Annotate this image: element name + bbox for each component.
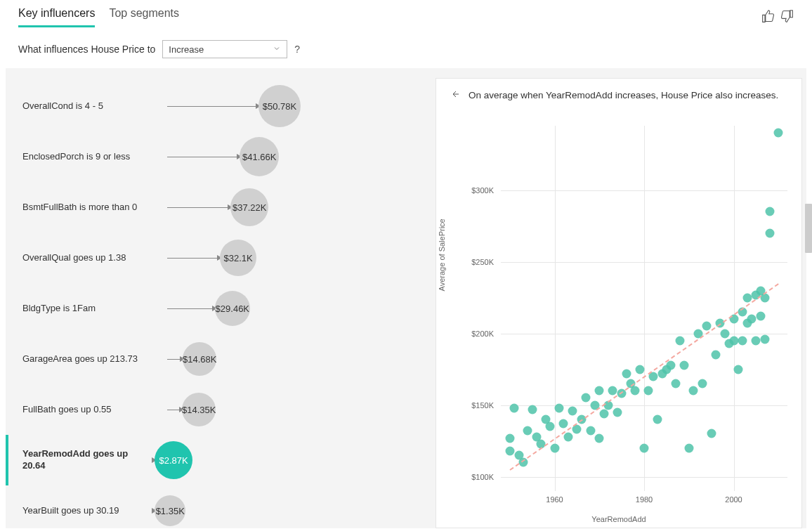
data-point bbox=[774, 129, 783, 138]
dropdown-value: Increase bbox=[169, 44, 204, 55]
data-point bbox=[622, 369, 631, 378]
influencer-row[interactable]: BsmtFullBath is more than 0$37.22K bbox=[6, 182, 428, 233]
data-point bbox=[599, 409, 608, 418]
direction-dropdown[interactable]: Increase bbox=[162, 40, 287, 58]
data-point bbox=[684, 443, 693, 452]
data-point bbox=[676, 336, 685, 345]
influencer-bubble[interactable]: $41.66K bbox=[240, 137, 279, 176]
detail-panel: On average when YearRemodAdd increases, … bbox=[436, 78, 802, 528]
x-tick: 1960 bbox=[546, 495, 563, 504]
chevron-down-icon bbox=[273, 44, 281, 55]
data-point bbox=[698, 379, 707, 388]
influencer-bubble[interactable]: $50.78K bbox=[258, 85, 301, 127]
data-point bbox=[712, 351, 721, 360]
data-point bbox=[582, 393, 591, 403]
thumbs-up-icon[interactable] bbox=[761, 9, 775, 25]
data-point bbox=[523, 426, 532, 436]
data-point bbox=[595, 386, 604, 396]
x-tick: 2000 bbox=[725, 495, 742, 504]
data-point bbox=[559, 419, 568, 429]
data-point bbox=[742, 293, 752, 302]
influencer-label: GarageArea goes up 213.73 bbox=[22, 353, 153, 365]
y-tick: $100K bbox=[471, 473, 501, 481]
influencer-bubble[interactable]: $37.22K bbox=[230, 188, 268, 226]
data-point bbox=[613, 407, 622, 417]
data-point bbox=[720, 329, 729, 338]
influencer-label: EnclosedPorch is 9 or less bbox=[22, 151, 153, 163]
data-point bbox=[707, 429, 716, 438]
detail-title: On average when YearRemodAdd increases, … bbox=[469, 90, 778, 100]
influencer-label: YearBuilt goes up 30.19 bbox=[22, 505, 153, 517]
data-point bbox=[761, 334, 770, 344]
influencer-label: OverallQual goes up 1.38 bbox=[22, 252, 153, 264]
question-prefix: What influences House Price to bbox=[18, 44, 155, 55]
data-point bbox=[563, 432, 572, 441]
scrollbar-thumb[interactable] bbox=[805, 204, 812, 253]
influencer-row[interactable]: GarageArea goes up 213.73$14.68K bbox=[6, 334, 428, 384]
y-tick: $300K bbox=[471, 186, 501, 195]
data-point bbox=[631, 386, 640, 396]
influencer-row[interactable]: OverallCond is 4 - 5$50.78K bbox=[6, 81, 428, 131]
thumbs-down-icon[interactable] bbox=[780, 9, 794, 25]
data-point bbox=[765, 207, 774, 216]
data-point bbox=[752, 336, 761, 345]
y-tick: $200K bbox=[471, 329, 501, 338]
data-point bbox=[554, 403, 563, 412]
data-point bbox=[729, 336, 738, 345]
help-icon[interactable]: ? bbox=[294, 44, 300, 55]
back-arrow-icon[interactable] bbox=[449, 89, 460, 102]
data-point bbox=[505, 446, 514, 455]
data-point bbox=[546, 422, 555, 431]
influencer-bubble[interactable]: $14.35K bbox=[182, 393, 216, 426]
x-tick: 1980 bbox=[636, 495, 653, 504]
data-point bbox=[550, 443, 559, 452]
data-point bbox=[595, 433, 604, 443]
influencer-row[interactable]: YearBuilt goes up 30.19$1.35K bbox=[6, 485, 428, 528]
influencer-row[interactable]: EnclosedPorch is 9 or less$41.66K bbox=[6, 131, 428, 182]
tab-top-segments[interactable]: Top segments bbox=[109, 7, 179, 27]
scatter-chart: Average of SalePrice $100K$150K$200K$250… bbox=[443, 119, 794, 528]
data-point bbox=[653, 415, 662, 424]
influencer-bubble[interactable]: $29.46K bbox=[215, 291, 250, 326]
x-axis-label: YearRemodAdd bbox=[591, 515, 646, 523]
influencer-bubble[interactable]: $1.35K bbox=[155, 495, 185, 526]
data-point bbox=[528, 405, 537, 414]
data-point bbox=[510, 403, 519, 412]
data-point bbox=[733, 365, 742, 374]
data-point bbox=[644, 386, 653, 396]
data-point bbox=[756, 312, 765, 321]
influencer-label: OverallCond is 4 - 5 bbox=[22, 100, 153, 112]
influencer-label: BsmtFullBath is more than 0 bbox=[22, 202, 153, 214]
data-point bbox=[680, 360, 689, 370]
influencer-row[interactable]: BldgType is 1Fam$29.46K bbox=[6, 283, 428, 334]
data-point bbox=[667, 360, 676, 370]
influencer-label: YearRemodAdd goes up 20.64 bbox=[22, 448, 153, 472]
data-point bbox=[671, 379, 680, 388]
influencer-bubble[interactable]: $2.87K bbox=[155, 441, 192, 479]
influencer-row[interactable]: YearRemodAdd goes up 20.64$2.87K bbox=[6, 435, 428, 485]
influencer-bubble[interactable]: $14.68K bbox=[183, 342, 216, 376]
data-point bbox=[586, 426, 595, 436]
data-point bbox=[568, 406, 577, 415]
data-point bbox=[635, 365, 644, 374]
data-point bbox=[747, 315, 757, 324]
tab-key-influencers[interactable]: Key influencers bbox=[18, 7, 95, 27]
influencer-label: FullBath goes up 0.55 bbox=[22, 404, 153, 416]
influencer-bubble[interactable]: $32.1K bbox=[220, 240, 256, 276]
influencer-label: BldgType is 1Fam bbox=[22, 303, 153, 315]
data-point bbox=[640, 443, 649, 452]
influencers-list: OverallCond is 4 - 5$50.78KEnclosedPorch… bbox=[6, 68, 428, 528]
y-tick: $250K bbox=[471, 258, 501, 266]
influencer-row[interactable]: FullBath goes up 0.55$14.35K bbox=[6, 384, 428, 435]
data-point bbox=[765, 228, 774, 237]
y-axis-label: Average of SalePrice bbox=[438, 218, 446, 291]
data-point bbox=[738, 336, 747, 345]
influencer-row[interactable]: OverallQual goes up 1.38$32.1K bbox=[6, 233, 428, 283]
data-point bbox=[608, 386, 617, 396]
data-point bbox=[689, 386, 698, 396]
y-tick: $150K bbox=[471, 401, 501, 410]
data-point bbox=[505, 433, 514, 443]
